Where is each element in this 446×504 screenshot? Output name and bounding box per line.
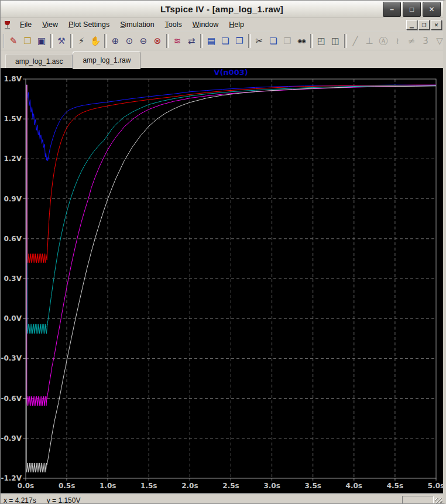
y-tick-label: -1.2V	[1, 474, 22, 482]
menu-item-simulation[interactable]: Simulation	[115, 18, 159, 31]
window-controls: – □ ✕	[383, 2, 441, 17]
x-tick-label: 2.5s	[222, 482, 239, 490]
draw-wire-icon: ╱	[352, 35, 358, 47]
waveform-plot[interactable]: 0.0s0.5s1.0s1.5s2.0s2.5s3.0s3.5s4.0s4.5s…	[1, 68, 443, 493]
toolbar-separator	[248, 34, 251, 48]
manual-axis-limits-button[interactable]: ⇄	[184, 35, 198, 47]
toolbar-grip[interactable]	[3, 34, 4, 48]
menu-item-plot-settings[interactable]: Plot Settings	[63, 18, 115, 31]
zoom-out-button[interactable]: ⊖	[136, 35, 150, 47]
tab-amp-log-1-raw[interactable]: amp_log_1.raw	[73, 52, 140, 68]
menu-item-window[interactable]: Window	[187, 18, 224, 31]
menu-items: FileViewPlot SettingsSimulationToolsWind…	[15, 18, 249, 31]
plot-title: V(n003)	[214, 68, 248, 77]
tile-vertically-button[interactable]: ❏	[218, 35, 232, 47]
plot-region: 0.0s0.5s1.0s1.5s2.0s2.5s3.0s3.5s4.0s4.5s…	[1, 68, 443, 493]
cursor-y-readout: y = 1.150V	[47, 496, 81, 504]
toolbar-separator	[70, 34, 73, 48]
paste-button: ❒	[280, 35, 294, 47]
zoom-in-icon: ⊕	[112, 35, 119, 47]
menu-item-view[interactable]: View	[37, 18, 63, 31]
x-tick-label: 1.5s	[140, 482, 157, 490]
print-button[interactable]: ◫	[328, 35, 342, 47]
inductor-icon: 3	[423, 35, 428, 47]
y-tick-label: -0.6V	[1, 395, 22, 403]
cut-button[interactable]: ✂	[252, 35, 266, 47]
menu-item-tools[interactable]: Tools	[160, 18, 187, 31]
maximize-icon: □	[410, 5, 414, 13]
print-icon: ◫	[331, 35, 339, 47]
x-tick-label: 4.0s	[346, 482, 362, 490]
resize-grip[interactable]	[435, 498, 442, 504]
x-tick-label: 4.5s	[387, 482, 403, 490]
ltspice-window: LTspice IV - [amp_log_1.raw] – □ ✕ FileV…	[0, 0, 446, 504]
x-tick-label: 3.5s	[304, 482, 321, 490]
zoom-fit-icon: ⊗	[154, 35, 162, 47]
toolbar: ✎❒▣⚒⚡✋⊕⊙⊖⊗≋⇄▤❏❐✂❏❒◉◉◰◫╱⊥Ⓐ≀≠3▽Ð⊐	[1, 32, 443, 50]
run-simulation-icon: ⚡	[78, 35, 85, 47]
cut-icon: ✂	[256, 35, 263, 47]
x-tick-label: 3.0s	[263, 482, 280, 490]
copy-icon: ❏	[269, 35, 277, 47]
copy-button[interactable]: ❏	[266, 35, 280, 47]
zoom-full-button[interactable]: ⊙	[122, 35, 136, 47]
x-tick-label: 0.5s	[59, 482, 75, 490]
new-schematic-button[interactable]: ✎	[6, 35, 20, 47]
zoom-full-icon: ⊙	[126, 35, 133, 47]
mdi-minimize-button[interactable]: ▁	[406, 20, 417, 30]
control-panel-hammer-button[interactable]: ⚒	[54, 35, 68, 47]
diode-button: ▽	[433, 35, 446, 47]
print-preview-icon: ◰	[317, 35, 325, 47]
y-tick-label: 1.2V	[4, 155, 22, 163]
toolbar-separator	[310, 34, 313, 48]
autorange-y-axis-button[interactable]: ≋	[170, 35, 184, 47]
y-tick-label: 1.5V	[4, 115, 22, 123]
save-button[interactable]: ▣	[35, 35, 49, 47]
halt-simulation-button: ✋	[88, 35, 102, 47]
print-preview-button[interactable]: ◰	[314, 35, 328, 47]
minimize-button[interactable]: –	[383, 2, 401, 17]
status-box	[402, 496, 434, 504]
open-file-button[interactable]: ❒	[20, 35, 35, 47]
menu-bar: FileViewPlot SettingsSimulationToolsWind…	[1, 18, 443, 32]
run-simulation-button[interactable]: ⚡	[74, 35, 88, 47]
tab-bar: amp_log_1.ascamp_log_1.raw	[1, 50, 443, 68]
tab-amp-log-1-asc[interactable]: amp_log_1.asc	[5, 54, 73, 68]
toolbar-separator	[166, 34, 169, 48]
cascade-windows-button[interactable]: ❐	[232, 35, 246, 47]
diode-icon: ▽	[436, 35, 443, 47]
ground-symbol-button: ⊥	[362, 35, 376, 47]
x-tick-label: 2.0s	[181, 482, 198, 490]
tile-horizontally-button[interactable]: ▤	[204, 35, 218, 47]
mdi-window-controls: ▁❐✕	[406, 20, 442, 30]
mdi-restore-button[interactable]: ❐	[418, 20, 430, 30]
zoom-fit-button[interactable]: ⊗	[150, 35, 164, 47]
inductor-button: 3	[418, 35, 433, 47]
y-tick-label: 0.3V	[4, 275, 22, 283]
find-icon: ◉◉	[297, 35, 306, 47]
title-bar[interactable]: LTspice IV - [amp_log_1.raw] – □ ✕	[1, 1, 443, 18]
net-label-button: Ⓐ	[376, 35, 390, 47]
zoom-out-icon: ⊖	[140, 35, 147, 47]
tile-vertically-icon: ❏	[221, 35, 229, 47]
maximize-button[interactable]: □	[403, 2, 421, 17]
menu-item-help[interactable]: Help	[224, 18, 249, 31]
zoom-in-button[interactable]: ⊕	[108, 35, 122, 47]
x-tick-label: 1.0s	[100, 482, 116, 490]
y-tick-label: -0.9V	[1, 434, 22, 443]
toolbar-separator	[344, 34, 346, 48]
halt-simulation-icon: ✋	[90, 35, 101, 47]
find-button[interactable]: ◉◉	[294, 35, 308, 47]
control-panel-hammer-icon: ⚒	[57, 35, 65, 47]
close-icon: ✕	[428, 5, 434, 13]
resistor-button: ≀	[390, 35, 404, 47]
paste-icon: ❒	[283, 35, 291, 47]
y-tick-label: 1.8V	[4, 75, 22, 83]
net-label-icon: Ⓐ	[379, 35, 388, 47]
menu-item-file[interactable]: File	[15, 18, 37, 31]
close-button[interactable]: ✕	[423, 2, 441, 17]
autorange-y-axis-icon: ≋	[174, 35, 181, 47]
y-tick-label: -0.3V	[1, 354, 22, 362]
mdi-close-button[interactable]: ✕	[431, 20, 442, 30]
cursor-x-readout: x = 4.217s	[4, 496, 36, 504]
